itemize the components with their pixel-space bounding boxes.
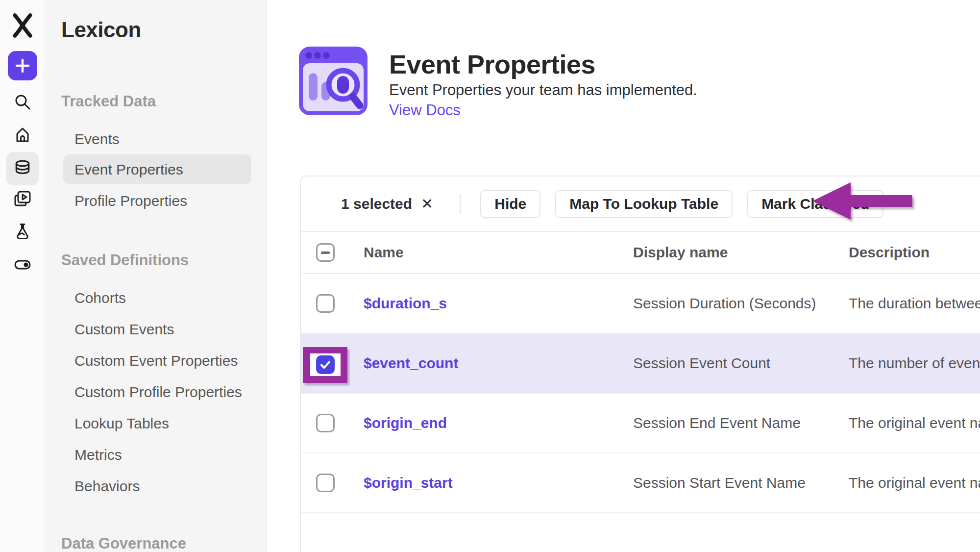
sidebar-item-event-properties[interactable]: Event Properties bbox=[63, 154, 251, 184]
home-icon[interactable] bbox=[14, 126, 31, 144]
sidebar-item-behaviors[interactable]: Behaviors bbox=[74, 478, 140, 495]
mixpanel-logo-icon[interactable] bbox=[10, 13, 35, 38]
description-cell: The original event name bbox=[849, 415, 980, 431]
row-checkbox[interactable] bbox=[316, 474, 335, 492]
row-checkbox[interactable] bbox=[316, 294, 335, 313]
selection-summary: 1 selected ✕ bbox=[341, 195, 433, 212]
mark-classified-button[interactable]: Mark Classified bbox=[747, 190, 883, 218]
section-header-saved-definitions: Saved Definitions bbox=[61, 251, 189, 269]
sidebar-item-lookup-tables[interactable]: Lookup Tables bbox=[74, 415, 169, 432]
section-header-data-governance: Data Governance bbox=[61, 535, 186, 552]
property-name-link[interactable]: $duration_s bbox=[364, 295, 633, 312]
select-all-checkbox-indeterminate[interactable] bbox=[316, 243, 335, 262]
event-properties-app-icon bbox=[299, 47, 368, 115]
toolbar-divider bbox=[460, 194, 461, 214]
table-row[interactable]: $origin_start Session Start Event Name T… bbox=[301, 453, 980, 513]
create-plus-button[interactable] bbox=[8, 51, 37, 80]
sidebar-item-custom-events[interactable]: Custom Events bbox=[74, 321, 174, 338]
icon-rail bbox=[0, 0, 45, 552]
sidebar-item-events[interactable]: Events bbox=[74, 131, 120, 148]
feature-toggle-icon[interactable] bbox=[14, 256, 31, 274]
view-docs-link[interactable]: View Docs bbox=[389, 101, 461, 119]
sidebar-item-cohorts[interactable]: Cohorts bbox=[74, 290, 126, 306]
sidebar-item-metrics[interactable]: Metrics bbox=[74, 447, 122, 463]
sidebar-item-custom-event-properties[interactable]: Custom Event Properties bbox=[74, 352, 238, 369]
selected-count: 1 selected bbox=[341, 196, 412, 212]
description-cell: The number of events bbox=[849, 355, 980, 372]
page-subtitle: Event Properties your team has implement… bbox=[389, 81, 697, 99]
display-name-cell: Session Event Count bbox=[633, 355, 849, 372]
annotation-highlight-box bbox=[303, 347, 347, 383]
display-name-cell: Session Duration (Seconds) bbox=[633, 295, 849, 312]
experiments-flask-icon[interactable] bbox=[14, 223, 31, 240]
hide-button[interactable]: Hide bbox=[480, 190, 540, 218]
table-header-row: Name Display name Description bbox=[301, 232, 980, 274]
table-row[interactable]: $duration_s Session Duration (Seconds) T… bbox=[301, 274, 980, 334]
annotation-box-inner bbox=[310, 353, 341, 376]
lexicon-sidebar: Lexicon Tracked Data Events Event Proper… bbox=[45, 0, 267, 552]
sidebar-title: Lexicon bbox=[61, 18, 141, 42]
sidebar-item-custom-profile-properties[interactable]: Custom Profile Properties bbox=[74, 384, 242, 401]
search-icon[interactable] bbox=[14, 93, 31, 111]
table-row-selected[interactable]: $event_count Session Event Count The num… bbox=[301, 334, 980, 394]
plus-icon bbox=[15, 58, 30, 73]
property-name-link[interactable]: $origin_start bbox=[364, 475, 633, 491]
event-properties-table-card: 1 selected ✕ Hide Map To Lookup Table Ma… bbox=[300, 176, 980, 552]
row-checkbox-checked[interactable] bbox=[316, 355, 335, 374]
property-name-link[interactable]: $origin_end bbox=[364, 415, 633, 431]
boards-icon[interactable] bbox=[14, 190, 31, 208]
sidebar-item-label: Event Properties bbox=[74, 161, 183, 178]
row-checkbox[interactable] bbox=[316, 414, 335, 432]
description-cell: The duration between bbox=[849, 295, 980, 312]
description-cell: The original event name bbox=[849, 475, 980, 491]
property-name-link[interactable]: $event_count bbox=[364, 355, 633, 372]
column-header-name[interactable]: Name bbox=[364, 244, 633, 261]
sidebar-item-profile-properties[interactable]: Profile Properties bbox=[74, 193, 187, 209]
check-icon bbox=[319, 358, 332, 371]
selection-toolbar: 1 selected ✕ Hide Map To Lookup Table Ma… bbox=[301, 176, 980, 232]
column-header-display-name[interactable]: Display name bbox=[633, 244, 849, 261]
section-header-tracked-data: Tracked Data bbox=[61, 93, 156, 110]
display-name-cell: Session End Event Name bbox=[633, 415, 849, 431]
page-title: Event Properties bbox=[389, 49, 595, 79]
database-icon bbox=[13, 159, 32, 178]
clear-selection-icon[interactable]: ✕ bbox=[421, 195, 433, 212]
map-to-lookup-table-button[interactable]: Map To Lookup Table bbox=[555, 190, 733, 218]
column-header-description[interactable]: Description bbox=[849, 244, 980, 261]
display-name-cell: Session Start Event Name bbox=[633, 475, 849, 491]
data-definitions-nav-selected[interactable] bbox=[6, 152, 39, 185]
table-row[interactable]: $origin_end Session End Event Name The o… bbox=[301, 394, 980, 453]
